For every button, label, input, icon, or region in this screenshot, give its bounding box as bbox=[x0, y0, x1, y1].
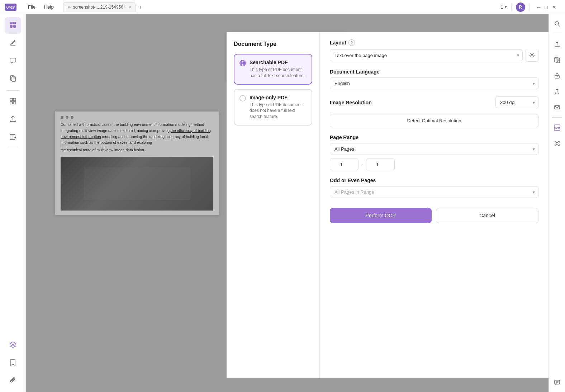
svg-rect-28 bbox=[555, 105, 560, 109]
to-page-input[interactable] bbox=[366, 159, 395, 170]
svg-rect-2 bbox=[10, 22, 13, 24]
page-nav[interactable]: 1 ▾ bbox=[500, 4, 507, 10]
layout-select-wrap: Text over the page image ▾ bbox=[330, 49, 523, 61]
resolution-section: Image Resolution 300 dpi ▾ Detect Optima… bbox=[330, 96, 538, 127]
sidebar-item-attach[interactable] bbox=[5, 373, 21, 389]
sidebar-divider-2 bbox=[6, 149, 19, 149]
from-page-input[interactable] bbox=[330, 159, 359, 170]
svg-point-35 bbox=[531, 55, 533, 56]
menu-help[interactable]: Help bbox=[41, 3, 57, 11]
sidebar-item-layers[interactable] bbox=[5, 337, 21, 353]
edit-icon bbox=[9, 39, 17, 48]
sidebar-item-organize[interactable] bbox=[5, 94, 21, 110]
image-only-pdf-option[interactable]: Image-only PDF This type of PDF document… bbox=[234, 89, 312, 126]
resolution-select[interactable]: 300 dpi bbox=[495, 96, 538, 108]
svg-point-27 bbox=[556, 76, 557, 77]
page-range-section: Page Range All Pages ▾ - bbox=[330, 134, 538, 170]
image-only-pdf-content: Image-only PDF This type of PDF document… bbox=[250, 95, 307, 120]
language-select[interactable]: English bbox=[330, 77, 538, 89]
sidebar-item-comment[interactable] bbox=[5, 53, 21, 70]
tab-bar: ✏ screenshot-....219-154956* × + bbox=[60, 2, 501, 12]
image-only-pdf-desc: This type of PDF document does not have … bbox=[250, 102, 307, 120]
tab-document[interactable]: ✏ screenshot-....219-154956* × bbox=[63, 2, 136, 12]
language-label: Document Language bbox=[330, 69, 538, 75]
export-right-icon[interactable] bbox=[551, 38, 564, 51]
svg-rect-13 bbox=[13, 98, 16, 101]
titlebar: UPDF File Help ✏ screenshot-....219-1549… bbox=[0, 0, 565, 14]
from-page-wrap bbox=[330, 159, 359, 170]
minimize-button[interactable]: ─ bbox=[537, 4, 541, 10]
tab-icon: ✏ bbox=[68, 5, 71, 10]
svg-point-31 bbox=[556, 142, 558, 145]
searchable-pdf-option[interactable]: Searchable PDF This type of PDF document… bbox=[234, 54, 312, 85]
lock-right-icon[interactable] bbox=[551, 69, 564, 82]
chat-right-icon-wrap bbox=[551, 376, 564, 389]
layout-label: Layout ? bbox=[330, 39, 538, 46]
perform-ocr-button[interactable]: Perform OCR bbox=[330, 208, 432, 223]
detect-resolution-button[interactable]: Detect Optimal Resolution bbox=[330, 114, 538, 127]
svg-text:UPDF: UPDF bbox=[6, 6, 15, 9]
right-divider-2 bbox=[552, 117, 562, 118]
sidebar-item-home[interactable] bbox=[5, 17, 21, 34]
comment-icon bbox=[9, 57, 17, 66]
searchable-pdf-title: Searchable PDF bbox=[250, 60, 307, 65]
tab-close-button[interactable]: × bbox=[128, 5, 131, 10]
ocr-dialog-title: Document Type bbox=[234, 41, 312, 47]
ocr-right-icon[interactable]: OCR bbox=[551, 121, 564, 134]
add-tab-button[interactable]: + bbox=[136, 3, 145, 12]
search-right-icon[interactable] bbox=[551, 17, 564, 30]
page-range-select[interactable]: All Pages bbox=[330, 143, 538, 155]
action-buttons: Perform OCR Cancel bbox=[330, 208, 538, 223]
page-range-select-wrap: All Pages ▾ bbox=[330, 143, 538, 155]
menu-file[interactable]: File bbox=[24, 3, 39, 11]
sidebar-bottom bbox=[5, 337, 21, 389]
mail-right-icon[interactable] bbox=[551, 101, 564, 114]
sidebar-item-pages[interactable] bbox=[5, 71, 21, 88]
svg-rect-15 bbox=[13, 101, 16, 104]
layout-section: Layout ? Text over the page image ▾ bbox=[330, 39, 538, 62]
titlebar-right: 1 ▾ R ─ □ ✕ bbox=[500, 3, 565, 12]
window-controls: ─ □ ✕ bbox=[534, 4, 559, 10]
resolution-select-wrap: 300 dpi ▾ bbox=[495, 96, 538, 108]
svg-rect-14 bbox=[10, 101, 13, 104]
sidebar-divider-1 bbox=[6, 90, 19, 91]
bookmark-icon bbox=[9, 358, 16, 368]
upload-right-icon[interactable] bbox=[551, 85, 564, 98]
user-avatar[interactable]: R bbox=[516, 3, 525, 12]
right-panel: OCR bbox=[549, 14, 565, 392]
odd-even-select-wrap: All Pages in Range ▾ bbox=[330, 186, 538, 198]
searchable-pdf-radio bbox=[239, 60, 246, 66]
pages-icon bbox=[9, 75, 17, 84]
extract-icon bbox=[9, 133, 17, 143]
svg-rect-6 bbox=[10, 58, 16, 62]
ocr-right-panel: Layout ? Text over the page image ▾ bbox=[320, 32, 549, 378]
range-dash: - bbox=[361, 162, 363, 167]
pages-right-icon[interactable] bbox=[551, 53, 564, 66]
paperclip-icon bbox=[10, 376, 16, 386]
svg-rect-12 bbox=[10, 98, 13, 101]
sidebar-item-bookmark[interactable] bbox=[5, 355, 21, 371]
resolution-label: Image Resolution bbox=[330, 100, 372, 105]
ocr-dialog: Document Type Searchable PDF This type o… bbox=[227, 32, 549, 378]
radio-fill bbox=[240, 61, 243, 65]
chat-right-icon[interactable] bbox=[551, 376, 564, 389]
sidebar-item-extract[interactable] bbox=[5, 129, 21, 146]
cancel-button[interactable]: Cancel bbox=[436, 208, 538, 223]
sidebar bbox=[0, 14, 26, 392]
page-range-label: Page Range bbox=[330, 134, 538, 140]
main-content: OCR bbox=[26, 14, 565, 392]
scan-right-icon[interactable] bbox=[551, 137, 564, 150]
sidebar-item-export[interactable] bbox=[5, 112, 21, 128]
close-button[interactable]: ✕ bbox=[552, 4, 556, 10]
layout-help-icon[interactable]: ? bbox=[348, 39, 355, 46]
layout-gear-button[interactable] bbox=[526, 49, 538, 62]
image-only-pdf-radio bbox=[239, 95, 246, 101]
maximize-button[interactable]: □ bbox=[545, 4, 548, 10]
layers-icon bbox=[9, 340, 17, 350]
language-section: Document Language English ▾ bbox=[330, 69, 538, 89]
layout-select[interactable]: Text over the page image bbox=[330, 49, 523, 61]
resolution-header: Image Resolution 300 dpi ▾ bbox=[330, 96, 538, 108]
odd-even-select[interactable]: All Pages in Range bbox=[330, 186, 538, 198]
sidebar-item-edit[interactable] bbox=[5, 35, 21, 52]
svg-rect-3 bbox=[13, 22, 16, 24]
